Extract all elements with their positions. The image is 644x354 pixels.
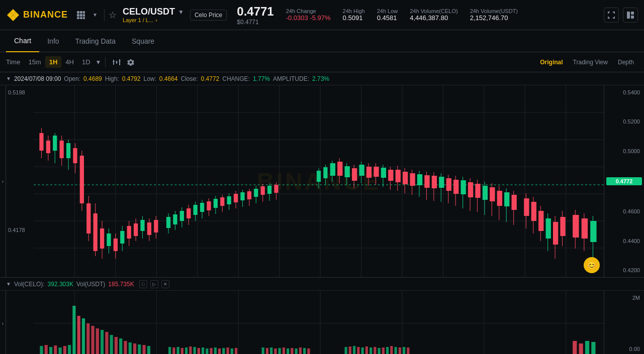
- vol-chart-area[interactable]: [34, 291, 604, 354]
- svg-rect-259: [395, 347, 397, 354]
- volume-info-bar: ▼ Vol(CELO): 392.303K Vol(USDT) 185.735K…: [0, 278, 644, 291]
- interval-1d[interactable]: 1D: [78, 56, 95, 68]
- svg-rect-87: [194, 205, 198, 215]
- svg-rect-223: [189, 346, 192, 354]
- svg-rect-263: [573, 341, 577, 354]
- svg-rect-253: [370, 347, 372, 354]
- svg-rect-235: [262, 347, 264, 354]
- svg-rect-244: [299, 347, 302, 354]
- svg-rect-89: [200, 203, 204, 212]
- vol-left-collapse[interactable]: ›: [0, 291, 6, 354]
- view-tradingview[interactable]: Trading View: [569, 57, 612, 68]
- svg-rect-231: [222, 348, 225, 354]
- svg-rect-224: [194, 347, 196, 354]
- svg-rect-217: [147, 346, 150, 354]
- celo-price-button[interactable]: Celo Price: [190, 10, 227, 21]
- svg-rect-195: [45, 345, 48, 354]
- tab-square[interactable]: Square: [124, 30, 162, 52]
- svg-rect-129: [374, 167, 379, 177]
- dropdown-arrow[interactable]: ▼: [90, 10, 100, 20]
- svg-rect-173: [538, 211, 543, 231]
- svg-rect-57: [86, 203, 90, 233]
- chart-type-icon[interactable]: [110, 55, 124, 69]
- svg-rect-205: [91, 326, 94, 354]
- svg-rect-105: [254, 189, 258, 197]
- svg-rect-221: [181, 348, 183, 354]
- svg-rect-201: [72, 306, 75, 354]
- svg-rect-127: [366, 167, 372, 178]
- settings-icon[interactable]: [124, 55, 138, 69]
- stat-high: 24h High 0.5091: [343, 8, 365, 22]
- svg-rect-171: [531, 202, 536, 221]
- svg-rect-209: [110, 335, 113, 354]
- interval-1h[interactable]: 1H: [45, 56, 62, 68]
- fullscreen-icon[interactable]: [604, 8, 619, 23]
- view-depth[interactable]: Depth: [614, 57, 638, 68]
- vol-collapse-arrow[interactable]: ▼: [6, 281, 11, 287]
- svg-rect-151: [453, 180, 458, 194]
- svg-rect-133: [388, 170, 393, 181]
- view-original[interactable]: Original: [536, 57, 567, 68]
- layout-icon[interactable]: [623, 8, 638, 23]
- layer-tag[interactable]: Layer 1 / L...: [123, 17, 153, 23]
- svg-rect-16: [113, 60, 114, 65]
- more-intervals-icon[interactable]: ▼: [96, 59, 102, 66]
- main-price: 0.4771: [237, 5, 273, 19]
- tab-trading-data[interactable]: Trading Data: [67, 30, 124, 52]
- amplitude-value: 2.73%: [312, 75, 329, 82]
- svg-rect-202: [77, 316, 80, 354]
- svg-rect-12: [83, 17, 85, 19]
- tab-info[interactable]: Info: [39, 30, 67, 52]
- svg-rect-121: [345, 166, 350, 177]
- vol-left-axis: [6, 291, 34, 354]
- svg-rect-232: [226, 347, 229, 354]
- svg-rect-265: [585, 341, 589, 354]
- toolbar-divider-1: [105, 57, 106, 67]
- svg-rect-47: [53, 136, 57, 151]
- svg-rect-143: [424, 175, 429, 188]
- logo[interactable]: BINANCE: [6, 8, 68, 22]
- svg-rect-159: [483, 186, 488, 200]
- svg-rect-167: [511, 195, 516, 210]
- svg-rect-213: [129, 342, 132, 354]
- right-price-axis: 0.5400 0.5200 0.5000 0.4772 0.4600 0.440…: [604, 85, 644, 277]
- emoji-button[interactable]: 😊: [584, 257, 600, 273]
- svg-rect-230: [218, 348, 221, 354]
- price-level-4400: 0.4400: [606, 238, 642, 244]
- collapse-arrow[interactable]: ▼: [6, 76, 11, 81]
- chart-canvas[interactable]: BINANCE: [34, 85, 604, 277]
- high-value: 0.5091: [343, 14, 365, 22]
- svg-rect-93: [214, 199, 218, 208]
- vol-icon-1[interactable]: □: [139, 280, 147, 288]
- volume-section: ▼ Vol(CELO): 392.303K Vol(USDT) 185.735K…: [0, 277, 644, 354]
- tab-bar: Chart Info Trading Data Square: [0, 30, 644, 52]
- high-label: High:: [105, 75, 119, 82]
- interval-4h[interactable]: 4H: [61, 56, 78, 68]
- svg-rect-199: [63, 346, 66, 354]
- svg-rect-233: [231, 348, 233, 354]
- svg-rect-43: [39, 133, 43, 151]
- svg-rect-161: [490, 187, 495, 201]
- grid-icon[interactable]: [74, 8, 88, 22]
- svg-rect-81: [173, 214, 177, 224]
- svg-rect-248: [349, 346, 351, 354]
- left-collapse[interactable]: ›: [0, 85, 6, 277]
- svg-rect-14: [631, 12, 634, 15]
- vol-icon-2[interactable]: ▷: [150, 280, 158, 288]
- svg-rect-59: [94, 213, 98, 251]
- svg-rect-125: [359, 165, 364, 176]
- interval-15m[interactable]: 15m: [24, 56, 45, 68]
- svg-rect-245: [303, 348, 306, 354]
- svg-rect-183: [582, 218, 588, 239]
- star-icon[interactable]: ☆: [109, 10, 117, 21]
- vol-icon-3[interactable]: ✕: [161, 280, 169, 288]
- tab-chart[interactable]: Chart: [6, 30, 39, 52]
- price-usd: $0.4771: [237, 19, 273, 26]
- vol-celo-value: 4,446,387.80: [410, 14, 457, 22]
- svg-rect-107: [261, 186, 265, 195]
- change-label: 24h Change: [286, 8, 331, 14]
- svg-rect-165: [504, 192, 509, 206]
- pair-name[interactable]: CELO/USDT: [123, 7, 175, 17]
- svg-rect-266: [591, 342, 595, 354]
- svg-rect-65: [114, 239, 118, 251]
